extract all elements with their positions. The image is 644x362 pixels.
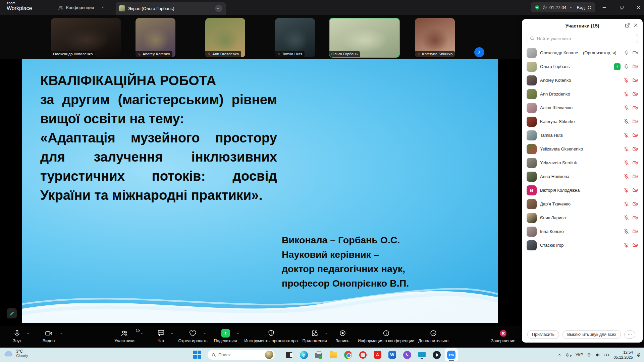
participant-row[interactable]: Ann Drozdenko: [522, 87, 643, 101]
timer-chevron-icon[interactable]: [569, 6, 573, 9]
participant-row[interactable]: BВікторія Колодяжна: [522, 183, 643, 197]
participant-row[interactable]: Дар'я Ткаченко: [522, 197, 643, 211]
mic-status-icon[interactable]: [624, 215, 629, 221]
camera-status-icon[interactable]: [632, 174, 638, 179]
close-panel-icon[interactable]: [633, 23, 638, 29]
taskbar-zoom-icon[interactable]: zm: [445, 348, 458, 361]
tab-screen-share[interactable]: Экран (Ольга Горбань): [116, 2, 226, 15]
camera-status-icon[interactable]: [632, 201, 638, 207]
toolbar-participants-button[interactable]: 15Участники: [114, 328, 135, 343]
search-input[interactable]: [527, 34, 638, 43]
mic-status-icon[interactable]: [624, 201, 629, 207]
toolbar-chat-button[interactable]: Чат: [157, 328, 165, 343]
camera-status-icon[interactable]: [632, 132, 638, 138]
battery-charging-icon[interactable]: [604, 352, 610, 358]
wifi-icon[interactable]: [586, 352, 592, 358]
taskbar-weather-widget[interactable]: 3°C Cloudy: [4, 349, 28, 358]
video-tile[interactable]: Tamila Huts: [275, 18, 315, 57]
notifications-bell-icon[interactable]: [636, 352, 641, 357]
taskbar-clock[interactable]: 12:54 05.12.2025: [613, 350, 633, 360]
toolbar-audio-button[interactable]: Звук: [13, 328, 21, 343]
participant-row[interactable]: Єпик Лариса: [522, 211, 643, 225]
taskbar-display-icon[interactable]: [415, 348, 428, 361]
participant-row[interactable]: Стасюк Ігор: [522, 238, 643, 252]
mic-status-icon[interactable]: [624, 64, 629, 69]
camera-status-icon[interactable]: [632, 146, 638, 152]
tray-chevron-up-icon[interactable]: [557, 353, 562, 357]
taskbar-printer-icon[interactable]: [312, 348, 325, 361]
camera-status-icon[interactable]: [632, 160, 638, 166]
toolbar-video-button[interactable]: Видео: [43, 328, 55, 343]
mic-status-icon[interactable]: [624, 119, 629, 124]
mic-status-icon[interactable]: [624, 187, 629, 193]
close-icon[interactable]: [633, 3, 643, 12]
pop-out-icon[interactable]: [625, 23, 630, 29]
participant-row[interactable]: Олександр Ковале... (Организатор, я): [522, 46, 643, 60]
mic-status-icon[interactable]: [624, 229, 629, 234]
taskbar-player-icon[interactable]: [430, 348, 443, 361]
camera-status-icon[interactable]: [632, 242, 638, 248]
camera-status-icon[interactable]: [632, 187, 638, 193]
toolbar-info-button[interactable]: Информация о конференции: [358, 328, 414, 343]
participant-row[interactable]: Аліна Шевченко: [522, 101, 643, 115]
camera-status-icon[interactable]: [632, 91, 638, 97]
mic-status-icon[interactable]: [624, 174, 629, 179]
camera-status-icon[interactable]: [632, 119, 638, 124]
taskbar-edge-icon[interactable]: e: [297, 348, 310, 361]
mute-all-button[interactable]: Выключить звук для всех: [562, 330, 621, 339]
panel-more-button[interactable]: ⋯: [624, 330, 635, 339]
caret-up-icon[interactable]: [170, 331, 174, 337]
camera-status-icon[interactable]: [632, 50, 638, 56]
participant-row[interactable]: Анна Новікова: [522, 170, 643, 183]
caret-up-icon[interactable]: [203, 331, 208, 337]
caret-up-icon[interactable]: [59, 331, 63, 337]
chevron-down-icon[interactable]: [101, 5, 105, 9]
mic-status-icon[interactable]: [624, 160, 629, 166]
participant-row[interactable]: Kateryna Shkurko: [522, 115, 643, 128]
view-label[interactable]: Вид: [577, 5, 585, 10]
invite-button[interactable]: Пригласить: [527, 330, 559, 339]
video-tile[interactable]: Ann Drozdenko: [205, 18, 245, 57]
annotation-pencil-button[interactable]: [7, 308, 17, 318]
mic-status-icon[interactable]: [624, 132, 629, 138]
camera-status-icon[interactable]: [632, 215, 638, 221]
participant-row[interactable]: Ольга Горбань: [522, 60, 643, 73]
taskbar-word-icon[interactable]: W: [386, 348, 399, 361]
volume-icon[interactable]: [595, 352, 600, 358]
security-shield-icon[interactable]: [534, 5, 540, 10]
minimize-button[interactable]: [599, 3, 609, 12]
taskbar-search[interactable]: [207, 350, 275, 360]
taskbar-explorer-icon[interactable]: [327, 348, 340, 361]
video-tile[interactable]: Andrey Kotenko: [136, 18, 175, 57]
mic-status-icon[interactable]: [624, 50, 629, 56]
view-grid-icon[interactable]: [587, 5, 592, 10]
toolbar-leave-button[interactable]: Завершение: [491, 328, 516, 343]
taskbar-acrobat-icon[interactable]: A: [371, 348, 384, 361]
tray-mic-icon[interactable]: [565, 352, 572, 358]
camera-status-icon[interactable]: [632, 105, 638, 111]
mic-status-icon[interactable]: [624, 91, 629, 97]
taskbar-search-input[interactable]: [218, 352, 263, 357]
taskbar-chrome-icon[interactable]: [341, 348, 355, 361]
keyboard-language[interactable]: УКР: [576, 353, 583, 357]
tab-conference[interactable]: Конференция: [58, 0, 94, 15]
next-participants-button[interactable]: [474, 47, 484, 57]
caret-up-icon[interactable]: [236, 331, 240, 337]
participant-row[interactable]: Tamila Huts: [522, 128, 643, 142]
toolbar-share-button[interactable]: Поделиться: [214, 328, 237, 343]
restore-button[interactable]: [616, 3, 627, 12]
participant-row[interactable]: Yelizaveta Oksenenko: [522, 142, 643, 156]
participant-row[interactable]: Yelyzaveta Serdiuk: [522, 156, 643, 170]
camera-status-icon[interactable]: [632, 77, 638, 83]
caret-up-icon[interactable]: [26, 331, 30, 337]
video-tile[interactable]: Олександр Коваленко: [51, 18, 121, 57]
participant-row[interactable]: Інна Конько: [522, 225, 643, 238]
toolbar-host-tools-button[interactable]: Инструменты организатора: [244, 328, 298, 343]
caret-up-icon[interactable]: [140, 331, 145, 337]
video-tile[interactable]: Ольга Горбань: [329, 18, 399, 57]
video-tile[interactable]: Kateryna Shkurko: [415, 18, 455, 57]
toolbar-more-button[interactable]: Дополнительно: [418, 328, 448, 343]
participant-row[interactable]: Andrey Kotenko: [522, 73, 643, 87]
start-button[interactable]: [193, 351, 202, 359]
camera-status-icon[interactable]: [632, 229, 638, 234]
